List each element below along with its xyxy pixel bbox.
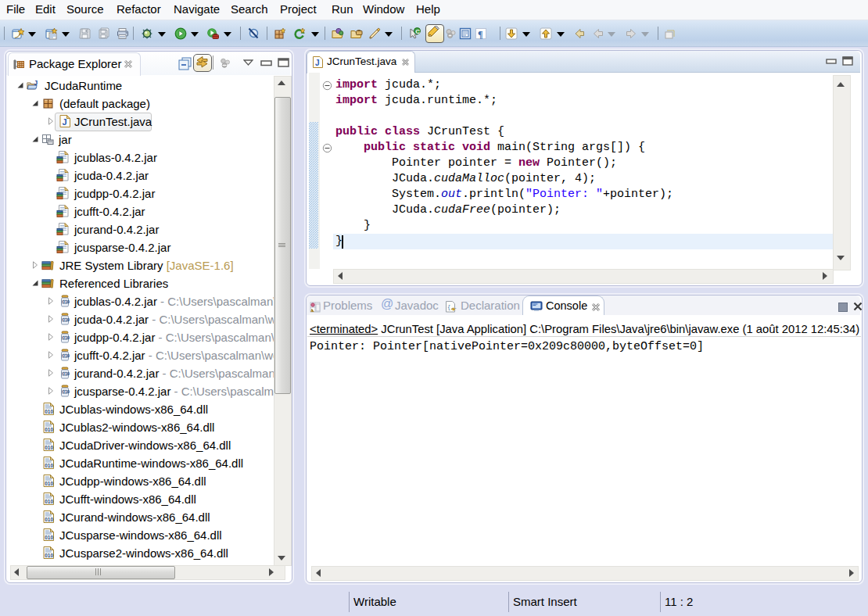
svg-text:010: 010: [45, 463, 53, 468]
svg-text:010: 010: [45, 535, 53, 540]
svg-text:010: 010: [45, 517, 53, 522]
svg-text:C: C: [415, 28, 420, 35]
svg-text:010: 010: [45, 553, 53, 558]
svg-text:¶: ¶: [478, 29, 482, 40]
svg-text:010: 010: [63, 389, 70, 394]
svg-text:010: 010: [63, 317, 70, 322]
svg-text:010: 010: [45, 445, 53, 450]
svg-text:J: J: [315, 59, 320, 67]
svg-text:010: 010: [45, 499, 53, 504]
svg-text:010: 010: [63, 335, 70, 340]
svg-text:010: 010: [63, 371, 70, 376]
svg-text:J: J: [34, 79, 38, 87]
svg-text:010: 010: [45, 481, 53, 486]
svg-text:010: 010: [45, 427, 53, 432]
svg-text:J: J: [62, 117, 66, 127]
svg-text:010: 010: [63, 299, 70, 304]
svg-text:010: 010: [63, 353, 70, 358]
svg-text:010: 010: [45, 409, 53, 414]
